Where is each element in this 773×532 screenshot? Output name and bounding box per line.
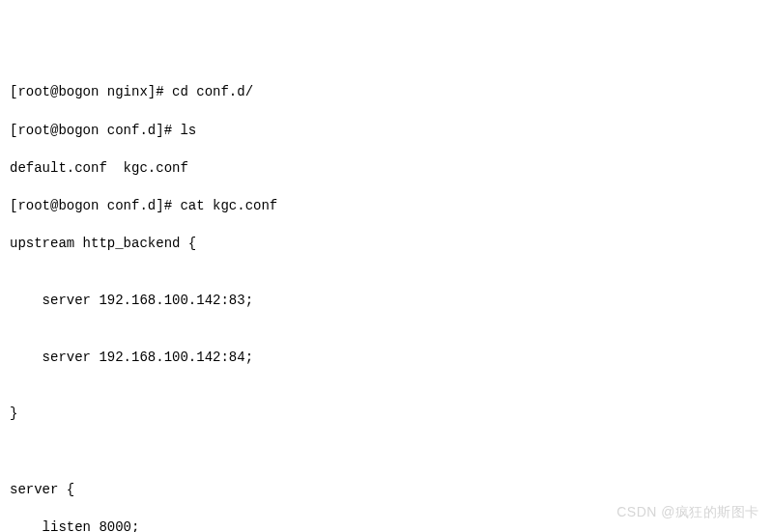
terminal-output-line: [root@bogon conf.d]# ls: [10, 122, 763, 141]
terminal-output-line: }: [10, 405, 763, 424]
terminal-output-line: listen 8000;: [10, 518, 763, 532]
terminal-output-line: server 192.168.100.142:83;: [10, 292, 763, 311]
terminal-output-line: [root@bogon conf.d]# cat kgc.conf: [10, 197, 763, 216]
terminal-output-line: upstream http_backend {: [10, 235, 763, 254]
terminal-output-line: server {: [10, 481, 763, 500]
terminal-output-line: server 192.168.100.142:84;: [10, 349, 763, 368]
terminal-output-line: default.conf kgc.conf: [10, 159, 763, 179]
terminal-output-line: [root@bogon nginx]# cd conf.d/: [10, 83, 763, 102]
